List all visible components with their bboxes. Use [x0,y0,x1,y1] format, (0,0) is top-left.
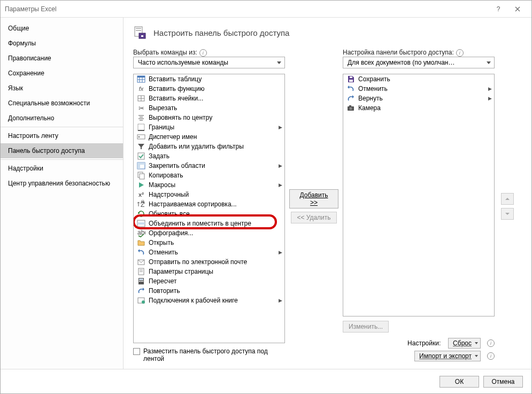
redo-icon [346,94,355,103]
cells-icon [137,94,145,103]
svg-rect-47 [349,105,351,107]
command-item[interactable]: Копировать [134,171,284,180]
submenu-arrow-icon: ▶ [279,250,282,255]
command-item[interactable]: Добавить или удалить фильтры [134,142,284,151]
command-item[interactable]: Камера [343,103,494,113]
show-below-ribbon-checkbox[interactable] [133,348,140,355]
ok-button[interactable]: ОК [440,376,479,388]
info-icon[interactable]: i [199,49,207,57]
command-label: Объединить и поместить в центре [149,220,282,227]
cancel-button[interactable]: Отмена [483,376,523,388]
command-label: Границы [149,123,275,131]
add-button[interactable]: Добавить >> [289,189,338,208]
command-item[interactable]: Границы▶ [134,122,284,132]
command-item[interactable]: Макросы▶ [134,180,284,190]
choose-commands-select[interactable]: Часто используемые команды [133,57,285,68]
info-icon[interactable]: i [487,339,495,347]
qat-header-icon [133,25,148,40]
command-item[interactable]: Открыть [134,238,284,248]
close-button[interactable] [508,2,527,17]
move-up-button[interactable] [501,193,514,205]
sidebar-item[interactable]: Формулы [1,36,123,51]
info-icon[interactable]: i [487,352,495,360]
sidebar-item[interactable]: Настроить ленту [1,128,123,143]
command-item[interactable]: Повторить [134,286,284,296]
undo-icon [346,84,355,93]
svg-text:abc: abc [137,229,145,236]
svg-rect-43 [349,80,353,82]
move-down-button[interactable] [501,208,514,220]
command-label: Закрепить области [149,162,275,169]
customize-qat-select[interactable]: Для всех документов (по умолчан… [343,57,495,68]
command-item[interactable]: Отменить▶ [343,84,494,94]
command-label: Выровнять по центру [149,114,282,121]
command-label: Отправить по электронной почте [149,258,282,266]
command-item[interactable]: Отменить▶ [134,248,284,257]
super-icon: x² [137,190,145,199]
command-item[interactable]: Пересчет [134,276,284,286]
modify-button[interactable]: Изменить... [343,321,389,333]
svg-rect-39 [141,281,142,282]
sidebar-item[interactable]: Центр управления безопасностью [1,176,123,191]
info-icon[interactable]: i [456,49,464,57]
command-label: Подключения к рабочей книге [149,297,275,304]
command-item[interactable]: abcОрфография... [134,228,284,238]
svg-text:Z: Z [141,201,144,208]
sidebar-item[interactable]: Язык [1,81,123,96]
help-button[interactable]: ? [489,2,508,17]
import-export-button[interactable]: Импорт и экспорт [414,351,481,361]
command-item[interactable]: Вставить таблицу [134,74,284,84]
current-qat-list[interactable]: СохранитьОтменить▶Вернуть▶Камера [343,74,495,316]
command-item[interactable]: Параметры страницы [134,267,284,276]
command-item[interactable]: Объединить и поместить в центре [134,219,284,228]
mail-icon [137,258,145,266]
command-item[interactable]: Задать [134,151,284,161]
submenu-arrow-icon: ▶ [488,96,492,101]
command-item[interactable]: x²Надстрочный [134,190,284,199]
svg-rect-40 [142,281,143,282]
command-item[interactable]: Обновить все [134,209,284,219]
customize-qat-label: Настройка панели быстрого доступа: [343,49,454,56]
center-icon [137,113,145,122]
sidebar-item[interactable]: Дополнительно [1,111,123,126]
sidebar-item[interactable]: Панель быстрого доступа [1,143,123,158]
command-item[interactable]: Закрепить области▶ [134,161,284,171]
sidebar-item[interactable]: Правописание [1,51,123,66]
settings-label: Настройки: [407,339,444,347]
window-title: Параметры Excel [5,5,489,13]
command-label: Камера [358,104,492,112]
camera-icon [346,104,355,112]
page-title: Настроить панель быстрого доступа [153,28,289,37]
reset-button[interactable]: Сброс [448,338,481,349]
command-item[interactable]: Вставить ячейки... [134,94,284,103]
command-item[interactable]: Подключения к рабочей книге▶ [134,296,284,305]
command-item[interactable]: Диспетчер имен [134,132,284,142]
command-item[interactable]: Вернуть▶ [343,94,494,103]
command-label: Надстрочный [149,191,282,198]
command-label: Отменить [149,249,275,256]
dialog-footer: ОК Отмена [1,369,531,393]
sidebar-item[interactable]: Общие [1,21,123,36]
command-item[interactable]: Отправить по электронной почте [134,257,284,267]
task-icon [137,152,145,160]
remove-button[interactable]: << Удалить [291,212,336,223]
svg-rect-37 [139,279,143,280]
command-item[interactable]: fxВставить функцию [134,84,284,94]
command-item[interactable]: ✂Вырезать [134,103,284,113]
svg-rect-30 [137,222,145,225]
command-item[interactable]: Выровнять по центру [134,113,284,122]
category-sidebar: ОбщиеФормулыПравописаниеСохранениеЯзыкСп… [1,18,124,369]
command-item[interactable]: AZНастраиваемая сортировка... [134,199,284,209]
sidebar-item[interactable]: Надстройки [1,161,123,176]
svg-rect-2 [136,30,141,31]
command-item[interactable]: Сохранить [343,74,494,84]
chevron-down-icon [505,212,510,216]
copy-icon [137,171,145,180]
sidebar-item[interactable]: Сохранение [1,66,123,81]
macro-icon [137,181,145,189]
command-label: Вставить функцию [149,85,282,92]
available-commands-list[interactable]: Вставить таблицуfxВставить функциюВстави… [133,74,285,343]
cut-icon: ✂ [137,104,145,112]
command-label: Открыть [149,239,282,246]
sidebar-item[interactable]: Специальные возможности [1,96,123,111]
